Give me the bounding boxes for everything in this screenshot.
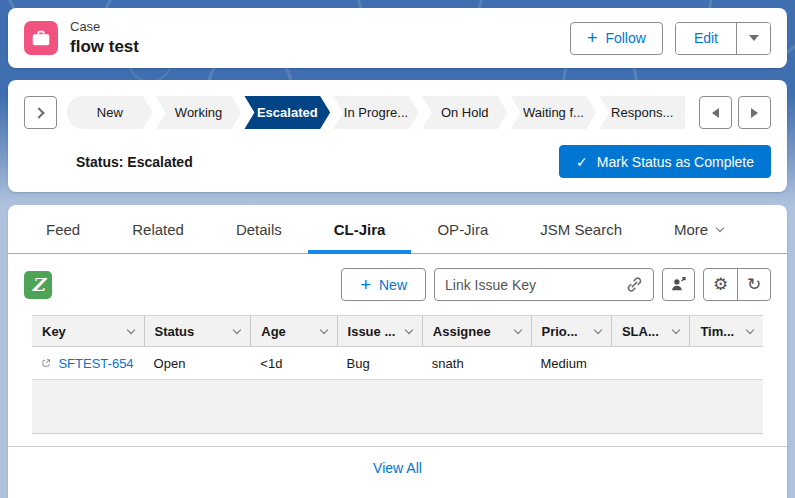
- cell-issue-type: Bug: [337, 356, 422, 371]
- mark-status-complete-button[interactable]: ✓ Mark Status as Complete: [559, 145, 771, 178]
- table-empty-area: [32, 380, 763, 434]
- record-type-label: Case: [70, 19, 139, 35]
- column-header-status[interactable]: Status: [144, 316, 251, 346]
- tab-more-label: More: [674, 221, 708, 238]
- briefcase-icon: [30, 27, 52, 49]
- chain-link-icon[interactable]: [626, 276, 643, 293]
- tab-details[interactable]: Details: [210, 205, 308, 253]
- assign-user-button[interactable]: [662, 268, 695, 301]
- left-arrow-icon: [712, 108, 719, 118]
- user-icon: [670, 276, 687, 293]
- new-issue-button-label: New: [379, 277, 407, 293]
- view-all-link[interactable]: View All: [373, 460, 422, 476]
- table-row: SFTEST-654 Open <1d Bug snath Medium: [32, 347, 763, 380]
- table-header-row: Key Status Age Issue ... Assignee Prio..…: [32, 315, 763, 347]
- path-stage-working[interactable]: Working: [156, 96, 242, 129]
- column-header-assignee[interactable]: Assignee: [422, 316, 531, 346]
- refresh-icon: ↻: [747, 274, 761, 295]
- chevron-down-icon[interactable]: [319, 325, 327, 333]
- path-stage-response[interactable]: Respons...: [599, 96, 685, 129]
- external-link-icon[interactable]: [42, 356, 50, 370]
- path-stages: New Working Escalated In Progre... On Ho…: [67, 96, 685, 129]
- tab-more[interactable]: More: [648, 205, 749, 253]
- cell-priority: Medium: [531, 356, 611, 371]
- card-footer: View All: [8, 446, 787, 489]
- gear-icon: ⚙: [713, 274, 728, 295]
- jira-issues-table: Key Status Age Issue ... Assignee Prio..…: [32, 315, 763, 380]
- chevron-down-icon[interactable]: [746, 325, 754, 333]
- jira-toolbar: Z + New ⚙ ↻: [24, 268, 771, 301]
- edit-button[interactable]: Edit: [676, 23, 736, 54]
- path-stage-new[interactable]: New: [67, 96, 153, 129]
- cell-age: <1d: [250, 356, 336, 371]
- plus-icon: +: [360, 276, 371, 294]
- follow-button-label: Follow: [605, 30, 645, 46]
- chevron-down-icon[interactable]: [405, 325, 413, 333]
- chevron-down-icon[interactable]: [594, 325, 602, 333]
- status-label: Status: Escalated: [76, 154, 193, 170]
- tab-related[interactable]: Related: [106, 205, 210, 253]
- edit-dropdown-button[interactable]: [736, 23, 770, 54]
- cell-status: Open: [144, 356, 251, 371]
- chevron-down-icon: [716, 223, 724, 231]
- tab-feed[interactable]: Feed: [20, 205, 106, 253]
- chevron-down-icon[interactable]: [233, 325, 241, 333]
- edit-button-label: Edit: [694, 30, 718, 46]
- edit-button-group: Edit: [675, 22, 771, 55]
- chevron-down-icon[interactable]: [672, 325, 680, 333]
- page-title: flow test: [70, 36, 139, 57]
- path-card: New Working Escalated In Progre... On Ho…: [8, 80, 787, 192]
- right-arrow-icon: [751, 108, 758, 118]
- refresh-button[interactable]: ↻: [737, 269, 770, 300]
- column-header-sla[interactable]: SLA...: [611, 316, 689, 346]
- issue-key-link[interactable]: SFTEST-654: [58, 356, 133, 371]
- plus-icon: +: [587, 29, 598, 47]
- path-expand-button[interactable]: [24, 96, 57, 129]
- column-header-priority[interactable]: Prio...: [531, 316, 611, 346]
- link-issue-key-field: [434, 268, 654, 301]
- column-header-key[interactable]: Key: [32, 316, 144, 346]
- settings-button[interactable]: ⚙: [704, 269, 737, 300]
- path-scroll-right-button[interactable]: [738, 96, 771, 129]
- path-stage-on-hold[interactable]: On Hold: [422, 96, 508, 129]
- column-header-age[interactable]: Age: [250, 316, 336, 346]
- path-scroll-left-button[interactable]: [699, 96, 732, 129]
- chevron-down-icon: [749, 35, 759, 41]
- check-icon: ✓: [576, 154, 588, 170]
- z-logo-icon: Z: [24, 271, 52, 299]
- new-issue-button[interactable]: + New: [341, 268, 426, 301]
- tab-jsm-search[interactable]: JSM Search: [514, 205, 648, 253]
- tab-bar: Feed Related Details CL-Jira OP-Jira JSM…: [8, 205, 787, 254]
- record-header-card: Case flow test + Follow Edit: [8, 8, 787, 68]
- case-briefcase-icon: [24, 21, 58, 55]
- table-settings-group: ⚙ ↻: [703, 268, 771, 301]
- path-stage-waiting[interactable]: Waiting f...: [511, 96, 597, 129]
- link-issue-key-input[interactable]: [445, 277, 626, 293]
- chevron-down-icon[interactable]: [126, 325, 134, 333]
- tab-cl-jira[interactable]: CL-Jira: [308, 205, 412, 253]
- column-header-issue-type[interactable]: Issue ...: [337, 316, 422, 346]
- follow-button[interactable]: + Follow: [570, 22, 663, 55]
- mark-status-complete-label: Mark Status as Complete: [597, 154, 754, 170]
- cell-assignee: snath: [422, 356, 531, 371]
- column-header-time[interactable]: Tim...: [689, 316, 763, 346]
- chevron-right-icon: [33, 107, 44, 118]
- tab-op-jira[interactable]: OP-Jira: [411, 205, 514, 253]
- record-tabs-card: Feed Related Details CL-Jira OP-Jira JSM…: [8, 205, 787, 498]
- path-stage-escalated[interactable]: Escalated: [244, 96, 330, 129]
- path-stage-in-progress[interactable]: In Progre...: [333, 96, 419, 129]
- chevron-down-icon[interactable]: [513, 325, 521, 333]
